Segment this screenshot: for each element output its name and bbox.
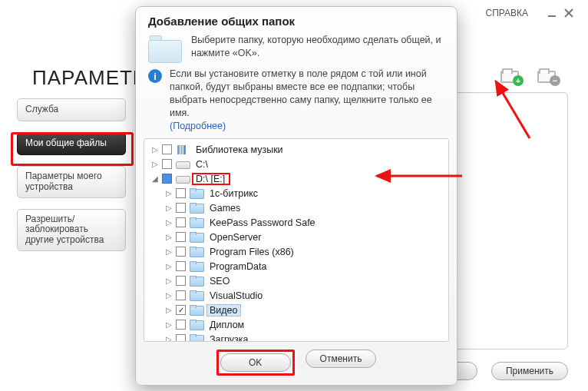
- tree-node-label[interactable]: SEO: [206, 276, 233, 287]
- expand-icon[interactable]: ▷: [150, 160, 160, 168]
- checkbox[interactable]: [176, 334, 186, 342]
- folder-remove-icon[interactable]: −: [537, 66, 557, 83]
- tree-node-label[interactable]: 1с-битрикс: [206, 188, 261, 199]
- folder-icon: [190, 261, 203, 272]
- expand-icon[interactable]: ▷: [164, 335, 173, 342]
- expand-icon[interactable]: ▷: [164, 291, 173, 300]
- checkbox[interactable]: [176, 276, 186, 286]
- tree-node[interactable]: ◢D:\ [E:]: [144, 171, 448, 186]
- toolbar: + −: [500, 66, 557, 83]
- tree-node-label[interactable]: KeePass Password Safe: [206, 217, 319, 228]
- expand-icon[interactable]: ▷: [150, 145, 160, 154]
- checkbox[interactable]: [162, 174, 172, 184]
- folder-icon: [190, 276, 203, 287]
- folder-icon: [190, 188, 203, 199]
- tree-node-label[interactable]: Диплом: [206, 320, 247, 330]
- checkbox[interactable]: [176, 203, 186, 213]
- folder-icon: [190, 203, 203, 214]
- tree-node-label[interactable]: C:\: [193, 159, 211, 170]
- folder-tree[interactable]: ▷Библиотека музыки▷C:\◢D:\ [E:]▷1с-битри…: [144, 138, 449, 342]
- checkbox[interactable]: [176, 290, 186, 300]
- more-link[interactable]: (Подробнее): [170, 121, 226, 131]
- minimize-icon[interactable]: [543, 5, 560, 22]
- tree-node-label[interactable]: Библиотека музыки: [193, 144, 286, 155]
- dialog-info-line: Если вы установите отметку в поле рядом …: [170, 68, 432, 118]
- folder-icon: [190, 334, 203, 342]
- tree-node[interactable]: ▷VisualStudio: [144, 288, 448, 303]
- dialog-info: i Если вы установите отметку в поле рядо…: [136, 68, 457, 138]
- folder-add-icon[interactable]: +: [500, 66, 520, 83]
- tree-node-label[interactable]: Program Files (x86): [206, 247, 297, 257]
- expand-icon[interactable]: ▷: [164, 277, 173, 285]
- checkbox[interactable]: [176, 247, 186, 257]
- drive-icon: [176, 159, 190, 170]
- tree-node-label[interactable]: OpenServer: [206, 232, 264, 243]
- ok-button[interactable]: OK: [220, 353, 291, 372]
- tree-node-label[interactable]: Видео: [206, 304, 241, 316]
- folder-icon: [148, 35, 182, 63]
- sidebar-item-label: Параметры моего устройства: [25, 171, 117, 193]
- expand-icon[interactable]: ▷: [164, 262, 173, 270]
- dialog-intro: Выберите папку, которую необходимо сдела…: [191, 34, 444, 63]
- sidebar: Служба Мои общие файлы Параметры моего у…: [17, 98, 126, 262]
- drive-icon: [176, 174, 190, 184]
- folder-icon: [190, 217, 203, 228]
- sidebar-item-label: Мои общие файлы: [25, 138, 107, 149]
- dialog-title: Добавление общих папок: [136, 7, 457, 31]
- library-icon: [176, 144, 190, 155]
- checkbox[interactable]: [176, 232, 186, 242]
- cancel-button[interactable]: Отменить: [306, 350, 377, 368]
- dialog-info-text: Если вы установите отметку в поле рядом …: [170, 68, 444, 132]
- tree-node[interactable]: ▷Библиотека музыки: [144, 142, 448, 157]
- tree-node[interactable]: ▷SEO: [144, 273, 448, 288]
- folder-icon: [190, 290, 203, 301]
- annotation-highlight: OK: [216, 350, 295, 376]
- tree-node-label[interactable]: D:\ [E:]: [193, 174, 230, 184]
- checkbox[interactable]: [162, 159, 172, 169]
- tree-node[interactable]: ▷KeePass Password Safe: [144, 215, 448, 230]
- expand-icon[interactable]: ▷: [164, 320, 173, 329]
- tree-node[interactable]: ▷Program Files (x86): [144, 244, 448, 259]
- help-link[interactable]: СПРАВКА: [486, 8, 529, 18]
- sidebar-item-label: Разрешить/ заблокировать другие устройст…: [25, 214, 117, 246]
- folder-icon: [190, 320, 203, 330]
- checkbox[interactable]: [176, 320, 186, 330]
- tree-node[interactable]: ▷Загрузка: [144, 332, 448, 342]
- expand-icon[interactable]: ▷: [164, 189, 173, 197]
- sidebar-item-allow-block[interactable]: Разрешить/ заблокировать другие устройст…: [17, 209, 126, 251]
- dialog-header: Выберите папку, которую необходимо сдела…: [136, 31, 457, 68]
- checkbox[interactable]: ✓: [176, 305, 186, 315]
- sidebar-item-shared-files[interactable]: Мои общие файлы: [17, 132, 126, 155]
- tree-node[interactable]: ▷✓Видео: [144, 303, 448, 317]
- sidebar-item-service[interactable]: Служба: [17, 98, 126, 121]
- tree-node[interactable]: ▷C:\: [144, 157, 448, 171]
- expand-icon[interactable]: ▷: [164, 218, 173, 227]
- expand-icon[interactable]: ◢: [150, 174, 160, 183]
- checkbox[interactable]: [176, 217, 186, 227]
- tree-node[interactable]: ▷1с-битрикс: [144, 186, 448, 200]
- tree-node-label[interactable]: ProgramData: [206, 261, 269, 272]
- tree-node[interactable]: ▷Диплом: [144, 317, 448, 332]
- checkbox[interactable]: [176, 188, 186, 198]
- tree-node-label[interactable]: VisualStudio: [206, 290, 266, 301]
- expand-icon[interactable]: ▷: [164, 247, 173, 256]
- checkbox[interactable]: [162, 144, 172, 154]
- checkbox[interactable]: [176, 261, 186, 271]
- tree-node[interactable]: ▷OpenServer: [144, 230, 448, 244]
- tree-node[interactable]: ▷Games: [144, 200, 448, 215]
- expand-icon[interactable]: ▷: [164, 233, 173, 241]
- sidebar-item-label: Служба: [25, 104, 58, 115]
- folder-icon: [190, 232, 203, 243]
- expand-icon[interactable]: ▷: [164, 204, 173, 212]
- info-icon: i: [148, 69, 162, 83]
- tree-node-label[interactable]: Загрузка: [206, 334, 252, 342]
- tree-node[interactable]: ▷ProgramData: [144, 259, 448, 273]
- add-shared-folders-dialog: Добавление общих папок Выберите папку, к…: [135, 6, 458, 386]
- folder-icon: [190, 247, 203, 257]
- tree-node-label[interactable]: Games: [206, 203, 243, 214]
- close-icon[interactable]: [560, 5, 577, 22]
- dialog-buttons: OK Отменить: [136, 342, 457, 385]
- sidebar-item-device-settings[interactable]: Параметры моего устройства: [17, 166, 126, 198]
- expand-icon[interactable]: ▷: [164, 306, 173, 314]
- apply-button[interactable]: Применить: [491, 362, 568, 380]
